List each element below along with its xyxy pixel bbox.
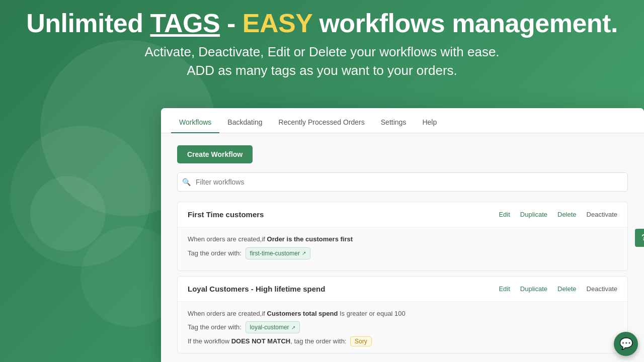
rule-condition-1: Order is the customers first <box>267 235 353 243</box>
tab-settings[interactable]: Settings <box>373 112 415 133</box>
workflow-card-first-time: First Time customers Edit Duplicate Dele… <box>177 202 628 271</box>
hero-subtitle: Activate, Deactivate, Edit or Delete you… <box>0 43 644 79</box>
delete-loyal-button[interactable]: Delete <box>557 285 577 293</box>
workflow-rule-loyal: When orders are created,if Customers tot… <box>188 309 617 319</box>
title-rest: workflows management. <box>312 9 617 38</box>
tag-text-2: loyal-customer <box>250 323 289 332</box>
rule-prefix-1: When orders are created,if <box>188 235 267 243</box>
workflow-card-loyal-customers: Loyal Customers - High lifetime spend Ed… <box>177 276 628 354</box>
tag-text-1: first-time-customer <box>250 249 300 258</box>
title-easy: EASY <box>243 9 312 38</box>
subtitle-line1: Activate, Deactivate, Edit or Delete you… <box>144 44 499 59</box>
workflow-body-first-time: When orders are created,if Order is the … <box>178 227 627 270</box>
no-match-bold: DOES NOT MATCH <box>231 337 290 345</box>
no-match-prefix: If the workflow <box>188 337 231 345</box>
workflow-title-loyal: Loyal Customers - High lifetime spend <box>188 285 325 293</box>
workflow-actions-loyal: Edit Duplicate Delete Deactivate <box>499 285 617 293</box>
rule-prefix-2: When orders are created,if <box>188 310 267 317</box>
workflow-rule-first-time: When orders are created,if Order is the … <box>188 234 617 244</box>
workflow-body-loyal: When orders are created,if Customers tot… <box>178 302 627 353</box>
title-dash: - <box>220 9 243 38</box>
title-tags: TAGS <box>150 9 220 38</box>
create-workflow-button[interactable]: Create Workflow <box>177 145 253 163</box>
tab-backdating[interactable]: Backdating <box>219 112 270 133</box>
no-match-tag-badge[interactable]: Sory <box>350 336 372 346</box>
hero-section: Unlimited TAGS - EASY workflows manageme… <box>0 0 644 79</box>
edit-first-time-button[interactable]: Edit <box>499 211 510 218</box>
subtitle-line2: ADD as many tags as you want to your ord… <box>187 63 457 78</box>
rule-condition-2: Customers total spend <box>267 310 338 317</box>
rule-suffix-2: Is greater or equal 100 <box>338 310 405 317</box>
external-link-icon-1: ↗ <box>302 249 306 257</box>
decorative-circle-2 <box>30 176 106 251</box>
workflow-tag-rule-loyal: Tag the order with: loyal-customer ↗ <box>188 321 617 333</box>
no-match-rule-loyal: If the workflow DOES NOT MATCH, tag the … <box>188 337 617 345</box>
filter-container: 🔍 <box>177 172 628 192</box>
search-icon: 🔍 <box>182 178 191 186</box>
help-float-button[interactable]: ? <box>635 229 644 247</box>
workflow-tag-rule-first-time: Tag the order with: first-time-customer … <box>188 247 617 259</box>
delete-first-time-button[interactable]: Delete <box>557 211 577 218</box>
tab-workflows[interactable]: Workflows <box>171 112 219 133</box>
tabs-bar: Workflows Backdating Recently Processed … <box>161 108 644 133</box>
workflow-actions-first-time: Edit Duplicate Delete Deactivate <box>499 211 617 218</box>
tag-badge-loyal[interactable]: loyal-customer ↗ <box>246 321 300 333</box>
workflow-title-first-time: First Time customers <box>188 210 264 219</box>
tab-help[interactable]: Help <box>414 112 445 133</box>
workflow-header-first-time: First Time customers Edit Duplicate Dele… <box>178 202 627 227</box>
deactivate-loyal-button[interactable]: Deactivate <box>587 285 617 293</box>
deactivate-first-time-button[interactable]: Deactivate <box>587 211 617 218</box>
no-match-suffix: , tag the order with: <box>290 337 346 345</box>
workflow-header-loyal: Loyal Customers - High lifetime spend Ed… <box>178 277 627 302</box>
tag-badge-first-time[interactable]: first-time-customer ↗ <box>246 247 310 259</box>
chat-bubble-button[interactable]: 💬 <box>614 332 638 356</box>
chat-icon: 💬 <box>619 337 633 350</box>
duplicate-loyal-button[interactable]: Duplicate <box>520 285 547 293</box>
duplicate-first-time-button[interactable]: Duplicate <box>520 211 547 218</box>
app-window: Workflows Backdating Recently Processed … <box>161 108 644 362</box>
external-link-icon-2: ↗ <box>291 324 295 331</box>
title-unlimited: Unlimited <box>26 9 150 38</box>
edit-loyal-button[interactable]: Edit <box>499 285 510 293</box>
hero-title: Unlimited TAGS - EASY workflows manageme… <box>0 9 644 38</box>
tag-label-prefix-2: Tag the order with: <box>188 323 242 331</box>
tab-recently-processed-orders[interactable]: Recently Processed Orders <box>271 112 373 133</box>
filter-input[interactable] <box>177 172 628 192</box>
main-content: Create Workflow 🔍 First Time customers E… <box>161 133 644 362</box>
tag-label-prefix-1: Tag the order with: <box>188 249 242 257</box>
